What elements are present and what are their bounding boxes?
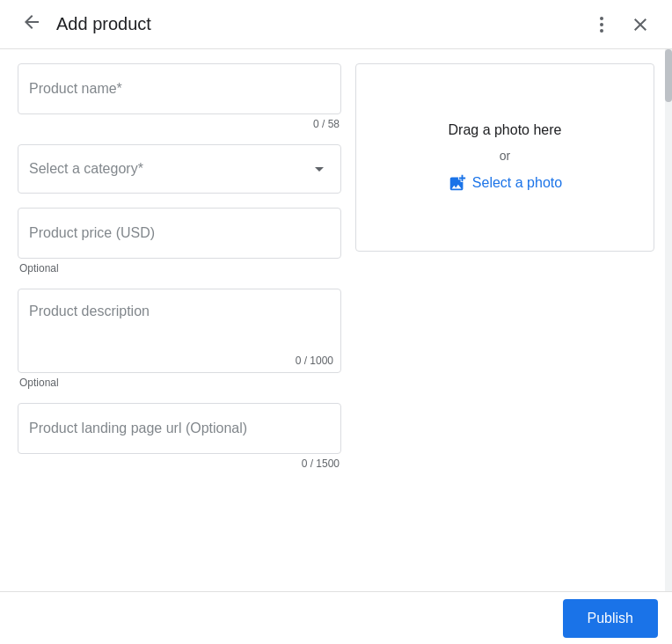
landing-url-group: Product landing page url (Optional) 0 / … (18, 403, 341, 470)
left-column: Product name* 0 / 58 Select a category* … (18, 63, 341, 577)
price-input[interactable] (18, 209, 340, 258)
description-group: Product description 0 / 1000 Optional (18, 289, 341, 389)
more-options-button[interactable] (584, 7, 619, 42)
publish-button[interactable]: Publish (563, 599, 658, 638)
page-title: Add product (56, 14, 584, 34)
more-options-icon (600, 17, 603, 33)
photo-upload-area[interactable]: Drag a photo here or Select a photo (355, 63, 654, 252)
description-counter: 0 / 1000 (296, 355, 333, 367)
description-input[interactable] (18, 289, 340, 369)
header-actions (584, 7, 658, 42)
landing-url-input[interactable] (18, 404, 340, 453)
category-label: Select a category* (29, 161, 309, 177)
product-name-counter: 0 / 58 (18, 114, 341, 130)
category-group: Select a category* (18, 144, 341, 194)
header: Add product (0, 0, 672, 49)
product-name-group: Product name* 0 / 58 (18, 63, 341, 130)
price-group: Product price (USD) Optional (18, 208, 341, 274)
description-hint: Optional (18, 373, 341, 389)
dropdown-arrow-icon (309, 158, 330, 179)
product-name-field[interactable]: Product name* (18, 63, 341, 114)
close-icon (630, 14, 651, 35)
description-field[interactable]: Product description 0 / 1000 (18, 289, 341, 373)
select-photo-button[interactable]: Select a photo (448, 173, 562, 193)
category-select[interactable]: Select a category* (18, 144, 341, 194)
back-icon (21, 11, 42, 38)
close-button[interactable] (623, 7, 658, 42)
photo-upload-or: or (500, 149, 510, 163)
landing-url-field[interactable]: Product landing page url (Optional) (18, 403, 341, 454)
price-field[interactable]: Product price (USD) (18, 208, 341, 259)
right-column: Drag a photo here or Select a photo (355, 63, 654, 577)
price-hint: Optional (18, 259, 341, 274)
scrollbar-thumb[interactable] (665, 49, 672, 102)
add-photo-icon (448, 173, 467, 193)
select-photo-label: Select a photo (472, 175, 562, 191)
footer: Publish (0, 591, 672, 644)
landing-url-counter: 0 / 1500 (18, 454, 341, 470)
main-content: Product name* 0 / 58 Select a category* … (0, 49, 672, 591)
product-name-input[interactable] (18, 64, 340, 113)
page-scrollbar[interactable] (665, 49, 672, 591)
drag-photo-text: Drag a photo here (449, 122, 562, 138)
back-button[interactable] (14, 7, 49, 42)
